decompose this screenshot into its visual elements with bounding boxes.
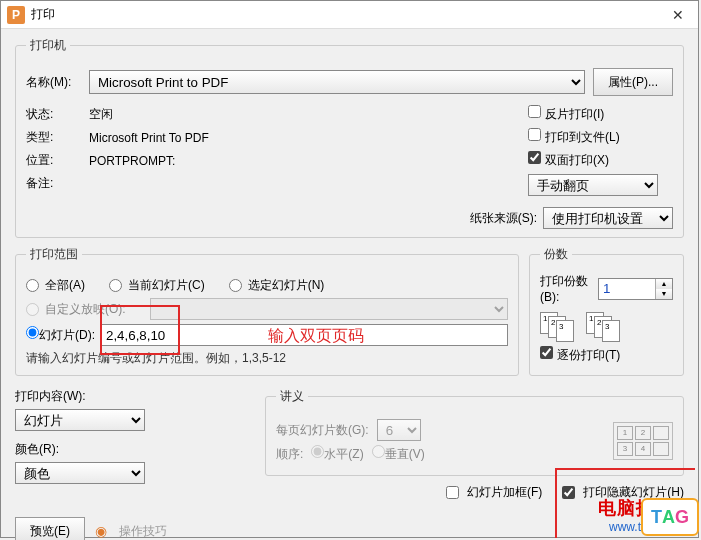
comment-label: 备注: bbox=[26, 175, 81, 192]
radio-slides[interactable]: 幻灯片(D): bbox=[26, 326, 95, 344]
radio-selected[interactable]: 选定幻灯片(N) bbox=[229, 277, 325, 294]
range-legend: 打印范围 bbox=[26, 246, 82, 263]
preview-button[interactable]: 预览(E) bbox=[15, 517, 85, 540]
color-select[interactable]: 颜色 bbox=[15, 462, 145, 484]
color-label: 颜色(R): bbox=[15, 441, 255, 458]
range-hint: 请输入幻灯片编号或幻灯片范围。例如，1,3,5-12 bbox=[26, 350, 508, 367]
where-value: PORTPROMPT: bbox=[89, 154, 175, 168]
handout-thumb: 1234 bbox=[613, 422, 673, 460]
tips-icon: ◉ bbox=[95, 523, 107, 539]
copies-legend: 份数 bbox=[540, 246, 572, 263]
flip-select[interactable]: 手动翻页 bbox=[528, 174, 658, 196]
tofile-checkbox[interactable]: 打印到文件(L) bbox=[528, 128, 620, 146]
frame-checkbox[interactable]: 幻灯片加框(F) bbox=[446, 484, 542, 501]
properties-button[interactable]: 属性(P)... bbox=[593, 68, 673, 96]
radio-all[interactable]: 全部(A) bbox=[26, 277, 85, 294]
perpage-label: 每页幻灯片数(G): bbox=[276, 422, 369, 439]
paper-source-select[interactable]: 使用打印机设置 bbox=[543, 207, 673, 229]
status-label: 状态: bbox=[26, 106, 81, 123]
close-button[interactable]: ✕ bbox=[658, 1, 698, 29]
spin-down[interactable]: ▼ bbox=[656, 289, 672, 299]
copies-spinner[interactable]: ▲▼ bbox=[598, 278, 673, 300]
radio-current[interactable]: 当前幻灯片(C) bbox=[109, 277, 205, 294]
printer-name-label: 名称(M): bbox=[26, 74, 81, 91]
type-value: Microsoft Print To PDF bbox=[89, 131, 209, 145]
handout-group: 讲义 每页幻灯片数(G): 6 顺序: 水平(Z) 垂直(V) bbox=[265, 388, 684, 476]
tips-link[interactable]: 操作技巧 bbox=[119, 523, 167, 540]
slides-input[interactable] bbox=[101, 324, 508, 346]
handout-legend: 讲义 bbox=[276, 388, 308, 405]
tag-logo: TAG bbox=[641, 498, 699, 536]
perpage-select: 6 bbox=[377, 419, 421, 441]
duplex-checkbox[interactable]: 双面打印(X) bbox=[528, 151, 609, 169]
radio-vertical: 垂直(V) bbox=[372, 445, 425, 463]
dialog-title: 打印 bbox=[31, 6, 658, 23]
collate-checkbox[interactable]: 逐份打印(T) bbox=[540, 348, 620, 362]
print-what-select[interactable]: 幻灯片 bbox=[15, 409, 145, 431]
order-label: 顺序: bbox=[276, 446, 303, 463]
radio-custom: 自定义放映(O): bbox=[26, 301, 126, 318]
collate-preview: 123 123 bbox=[540, 312, 673, 342]
status-value: 空闲 bbox=[89, 106, 113, 123]
paper-source-label: 纸张来源(S): bbox=[470, 210, 537, 227]
printer-name-select[interactable]: Microsoft Print to PDF bbox=[89, 70, 585, 94]
spin-up[interactable]: ▲ bbox=[656, 279, 672, 289]
app-icon: P bbox=[7, 6, 25, 24]
range-group: 打印范围 全部(A) 当前幻灯片(C) 选定幻灯片(N) 自定义放映(O): 幻… bbox=[15, 246, 519, 376]
print-what-label: 打印内容(W): bbox=[15, 388, 255, 405]
copies-group: 份数 打印份数(B): ▲▼ 123 123 逐份打印(T) bbox=[529, 246, 684, 376]
radio-horizontal: 水平(Z) bbox=[311, 445, 363, 463]
printer-group: 打印机 名称(M): Microsoft Print to PDF 属性(P).… bbox=[15, 37, 684, 238]
where-label: 位置: bbox=[26, 152, 81, 169]
type-label: 类型: bbox=[26, 129, 81, 146]
reverse-checkbox[interactable]: 反片打印(I) bbox=[528, 105, 604, 123]
copies-label: 打印份数(B): bbox=[540, 273, 592, 304]
copies-input[interactable] bbox=[599, 279, 655, 299]
custom-show-select bbox=[150, 298, 508, 320]
printer-legend: 打印机 bbox=[26, 37, 70, 54]
